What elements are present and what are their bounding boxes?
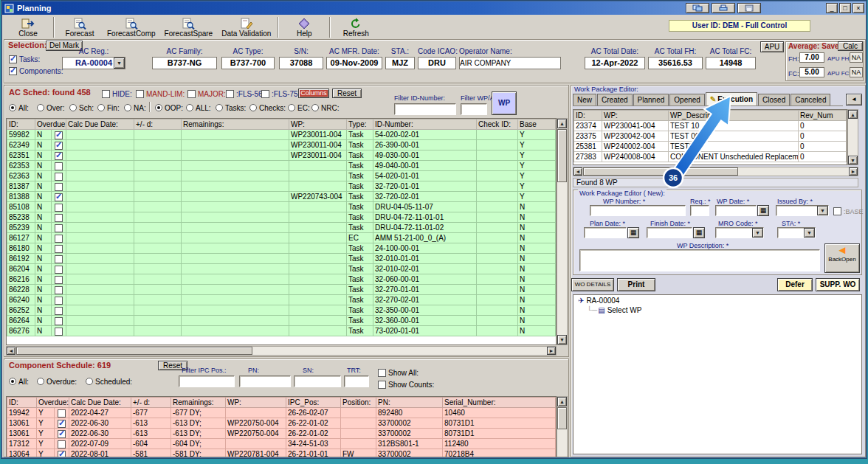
tab-closed[interactable]: Closed (758, 94, 790, 105)
major-checkbox[interactable]: MAJOR: (187, 89, 226, 98)
row-checkbox[interactable] (55, 307, 63, 315)
calendar-icon[interactable]: ▦ (693, 227, 705, 238)
tab-execution[interactable]: ✎ Execution (706, 92, 757, 105)
forecast-spare-button[interactable]: ForecastSpare (160, 15, 218, 39)
show-all-checkbox-box[interactable] (378, 369, 386, 377)
scroll-down-icon[interactable]: ▼ (557, 335, 567, 344)
table-row[interactable]: 86252NTask32-350-00-01N (7, 305, 556, 316)
ac-sched-hscrollbar[interactable]: ◄ ► (6, 346, 557, 356)
tree-node-aircraft[interactable]: ✈RA-00004 (574, 295, 861, 305)
table-row[interactable]: 86228NTask32-270-01-01N (7, 285, 556, 295)
ac-sched-vscrollbar[interactable]: ▲ ▼ (557, 118, 568, 345)
fls-75-checkbox-box[interactable] (261, 90, 269, 98)
scroll-left-icon[interactable]: ◄ (574, 167, 582, 176)
row-checkbox[interactable] (55, 142, 63, 150)
row-checkbox[interactable] (58, 420, 66, 428)
radio-oop[interactable]: OOP: (155, 103, 183, 112)
col-header-ipc-pos[interactable]: IPC_Pos: (286, 398, 341, 408)
table-row[interactable]: 86180NTask24-100-00-01N (7, 243, 556, 254)
radio-oop-dot[interactable] (155, 104, 162, 111)
defer-button[interactable]: Defer (777, 278, 813, 291)
col-header-wp[interactable]: WP: (226, 398, 286, 408)
scroll-down-icon[interactable]: ▼ (848, 156, 858, 165)
col-header-calc-due[interactable]: Calc Due Date: (69, 398, 131, 408)
scroll-up-icon[interactable]: ▲ (557, 119, 567, 128)
tasks-checkbox-box[interactable] (9, 55, 17, 63)
table-row[interactable]: 62363NTask54-020-01-01Y (7, 171, 556, 181)
printer-button[interactable] (712, 3, 735, 13)
radio-sch-dot[interactable] (69, 104, 77, 111)
radio-fin[interactable]: Fin: (97, 103, 120, 112)
col-header-pn[interactable]: PN: (376, 398, 443, 408)
table-row[interactable]: 86127NECAMM 51-21-00_0_(A)N (7, 233, 556, 243)
wp-table-hscrollbar[interactable]: ◄ ► (573, 167, 858, 176)
major-checkbox-box[interactable] (187, 90, 196, 98)
table-row[interactable]: 86216NTask32-060-00-01N (7, 274, 556, 285)
radio-over-dot[interactable] (37, 104, 44, 111)
filter-wp-input[interactable] (461, 103, 487, 115)
table-row[interactable]: 23374WP230041-004TEST 100 (574, 121, 847, 131)
table-row[interactable]: 62349NWP230011-004Task26-390-00-01Y (7, 140, 556, 150)
scroll-thumb[interactable] (583, 167, 738, 176)
col-header-description[interactable]: WP_Description (669, 111, 799, 121)
finish-date-input[interactable] (647, 227, 692, 238)
tab-new[interactable]: New (573, 94, 596, 105)
table-row[interactable]: 86204NTask32-010-02-01N (7, 264, 556, 274)
row-checkbox[interactable] (55, 276, 63, 284)
forecast-comp-button[interactable]: ForecastComp (103, 15, 160, 39)
col-header-pm[interactable]: +/- d: (134, 120, 182, 130)
row-checkbox[interactable] (55, 173, 63, 181)
scroll-left-icon[interactable]: ◄ (7, 347, 16, 355)
row-checkbox[interactable] (55, 255, 63, 263)
chevron-down-icon[interactable]: ▼ (752, 228, 763, 238)
row-checkbox[interactable] (55, 131, 63, 139)
component-vscrollbar[interactable]: ▲ (557, 396, 568, 457)
row-checkbox[interactable] (58, 451, 66, 457)
col-header-wp[interactable]: WP: (289, 120, 347, 130)
col-header-id-number[interactable]: ID-Number: (373, 120, 477, 130)
radio-fin-dot[interactable] (97, 104, 105, 111)
radio-nrc-dot[interactable] (311, 104, 319, 111)
table-row[interactable]: 85108NTaskDRU-04-05-11-07N (7, 202, 556, 212)
scroll-thumb[interactable] (16, 347, 252, 355)
radio-ec[interactable]: EC: (288, 103, 310, 112)
col-header-rev-num[interactable]: Rev_Num (799, 111, 847, 121)
radio-all-dot[interactable] (9, 104, 16, 111)
issued-by-select[interactable]: ▼ (776, 205, 829, 216)
table-row[interactable]: 17312Y2022-07-09-604-604 DY;34-24-51-033… (7, 439, 556, 449)
col-header-calc-due[interactable]: Calc Due Date: (66, 120, 134, 130)
col-header-remainings[interactable]: Remainings: (182, 120, 289, 130)
calc-button[interactable]: Calc (838, 41, 863, 51)
radio-all[interactable]: All: (9, 103, 29, 112)
col-header-position[interactable]: Position: (341, 398, 376, 408)
row-checkbox[interactable] (55, 297, 63, 305)
tab-scroll-button[interactable]: ◄ (846, 94, 862, 105)
row-checkbox[interactable] (55, 224, 63, 232)
show-all-checkbox[interactable]: Show All: (378, 368, 418, 377)
scroll-up-icon[interactable]: ▲ (557, 397, 567, 406)
radio-tasks-dot[interactable] (216, 104, 223, 111)
radio-na-dot[interactable] (124, 104, 131, 111)
tab-canceled[interactable]: Canceled (790, 94, 830, 105)
radio-comp-scheduled[interactable]: Scheduled: (86, 377, 132, 386)
table-row[interactable]: 25381WP240002-004TEST20 (574, 142, 847, 152)
calendar-icon[interactable]: ▦ (627, 227, 639, 238)
supp-wo-button[interactable]: SUPP. WO (816, 278, 860, 291)
fls-56-checkbox-box[interactable] (226, 90, 234, 98)
maximize-button[interactable]: □ (839, 3, 851, 13)
wp-button[interactable]: WP (492, 91, 517, 115)
filter-id-input[interactable] (394, 103, 456, 115)
tab-planned[interactable]: Planned (633, 94, 669, 105)
fls-75-checkbox[interactable]: :FLS-75 (261, 89, 298, 98)
refresh-button[interactable]: Refresh (333, 15, 379, 39)
close-button[interactable]: Close (5, 15, 51, 39)
radio-na[interactable]: NA: (124, 103, 146, 112)
chevron-down-icon[interactable]: ▼ (114, 58, 125, 69)
req-input[interactable] (690, 205, 709, 216)
trt-input[interactable] (344, 375, 369, 387)
reset-button-acsched[interactable]: Reset (332, 89, 362, 98)
table-row[interactable]: 86240NTask32-270-02-01N (7, 295, 556, 305)
row-checkbox[interactable] (55, 204, 63, 212)
col-header-remainings[interactable]: Remainings: (171, 398, 226, 408)
row-checkbox[interactable] (55, 286, 63, 294)
